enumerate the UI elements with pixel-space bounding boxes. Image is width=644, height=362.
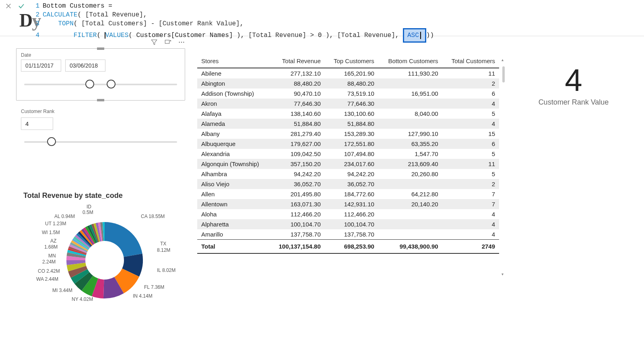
table-total-cell: 100,137,154.80 xyxy=(270,240,325,254)
donut-label: TX xyxy=(160,241,166,247)
donut-label: WA 2.44M xyxy=(36,276,58,282)
scrollbar[interactable]: ▴ ▾ xyxy=(502,58,506,276)
scroll-thumb[interactable] xyxy=(502,66,505,82)
table-row[interactable]: Alpharetta100,104.70100,104.704 xyxy=(197,219,499,229)
table-row[interactable]: Aloha112,466.20112,466.204 xyxy=(197,209,499,219)
table-row[interactable]: Allentown163,071.30142,931.1020,140.207 xyxy=(197,199,499,209)
donut-label: MN xyxy=(48,253,56,259)
close-icon[interactable] xyxy=(5,2,12,10)
svg-rect-0 xyxy=(165,40,169,43)
donut-label: NY 4.02M xyxy=(72,296,93,302)
svg-point-3 xyxy=(183,42,184,43)
table-row[interactable]: Alhambra94,242.2094,242.2020,260.805 xyxy=(197,169,499,179)
table-row[interactable]: Abington88,480.2088,480.202 xyxy=(197,78,499,88)
table-row[interactable]: Abilene277,132.10165,201.90111,930.2011 xyxy=(197,68,499,78)
table-total-cell: Total xyxy=(197,240,270,254)
rank-slider[interactable] xyxy=(24,130,177,150)
card-label: Customer Rank Value xyxy=(511,98,636,107)
table-total-cell: 2749 xyxy=(442,240,499,254)
table-total-cell: 99,438,900.90 xyxy=(378,240,442,254)
filter-icon[interactable] xyxy=(151,39,158,46)
donut-label: 0.5M xyxy=(83,210,93,215)
resize-handle-top[interactable] xyxy=(97,47,104,50)
donut-label: 8.12M xyxy=(157,247,170,253)
svg-point-2 xyxy=(181,42,182,43)
resize-handle-bottom[interactable] xyxy=(97,99,104,101)
svg-point-1 xyxy=(179,42,180,43)
slider-thumb-start[interactable] xyxy=(85,80,94,88)
donut-label: ID xyxy=(87,204,91,210)
donut-label: AL 0.94M xyxy=(54,214,75,219)
donut-label: 1.68M xyxy=(44,244,58,250)
focus-icon[interactable] xyxy=(164,39,171,46)
slider-thumb[interactable] xyxy=(47,137,56,146)
column-header[interactable]: Top Customers xyxy=(325,54,378,68)
table-row[interactable]: Allen201,495.80184,772.6064,212.807 xyxy=(197,189,499,199)
table-row[interactable]: Albuquerque179,627.00172,551.8063,355.20… xyxy=(197,139,499,149)
table-row[interactable]: Albany281,279.40153,289.30127,990.1015 xyxy=(197,129,499,139)
table-row[interactable]: Aliso Viejo36,052.7036,052.702 xyxy=(197,179,499,189)
donut-chart[interactable]: Total Revenue by state_code ID 0.5M AL 0… xyxy=(20,189,193,342)
column-header[interactable]: Total Customers xyxy=(442,54,499,68)
card-visual[interactable]: 4 Customer Rank Value xyxy=(511,64,636,107)
more-icon[interactable] xyxy=(178,39,185,46)
scroll-up-icon[interactable]: ▴ xyxy=(502,58,504,62)
rank-input[interactable]: 4 xyxy=(21,117,53,130)
donut-label: IN 4.14M xyxy=(133,293,153,299)
slicer-title: Customer Rank xyxy=(16,105,185,116)
check-icon[interactable] xyxy=(18,2,25,10)
table-row[interactable]: Algonquin (Township)357,150.20234,017.60… xyxy=(197,159,499,169)
rank-slicer[interactable]: Customer Rank 4 xyxy=(16,105,185,157)
table-row[interactable]: Alafaya138,140.60130,100.608,040.005 xyxy=(197,109,499,119)
donut-label: UT 1.23M xyxy=(45,221,66,226)
donut-label: AZ xyxy=(50,238,56,244)
donut-label: 2.24M xyxy=(42,259,56,265)
chart-title: Total Revenue by state_code xyxy=(20,189,193,204)
svg-point-4 xyxy=(85,241,124,280)
scroll-down-icon[interactable]: ▾ xyxy=(502,272,504,276)
slider-thumb-end[interactable] xyxy=(107,80,116,88)
donut-label: MI 3.44M xyxy=(52,288,72,293)
table-total-cell: 698,253.90 xyxy=(325,240,378,254)
stores-table[interactable]: StoresTotal RevenueTop CustomersBottom C… xyxy=(197,54,499,280)
card-value: 4 xyxy=(511,64,636,96)
column-header[interactable]: Stores xyxy=(197,54,270,68)
table-row[interactable]: Alameda51,884.8051,884.804 xyxy=(197,119,499,129)
table-row[interactable]: Amarillo137,758.70137,758.704 xyxy=(197,229,499,240)
formula-bar: Dy 1Bottom Customers = 2CALCULATE( [Tota… xyxy=(0,0,644,36)
donut-label: CO 2.42M xyxy=(38,268,60,274)
date-slicer[interactable]: Date 01/11/2017 03/06/2018 xyxy=(16,48,185,101)
donut-label: IL 8.02M xyxy=(157,267,175,273)
column-header[interactable]: Bottom Customers xyxy=(378,54,442,68)
table-row[interactable]: Akron77,646.3077,646.304 xyxy=(197,99,499,109)
donut-label: CA 18.55M xyxy=(141,214,165,219)
donut-label: FL 7.36M xyxy=(144,284,164,290)
date-range-slider[interactable] xyxy=(24,78,177,90)
column-header[interactable]: Total Revenue xyxy=(270,54,325,68)
donut-label: WI 1.5M xyxy=(42,230,60,235)
table-row[interactable]: Alexandria109,042.50107,494.801,547.705 xyxy=(197,149,499,159)
table-row[interactable]: Addison (Township)90,470.1073,519.1016,9… xyxy=(197,88,499,99)
